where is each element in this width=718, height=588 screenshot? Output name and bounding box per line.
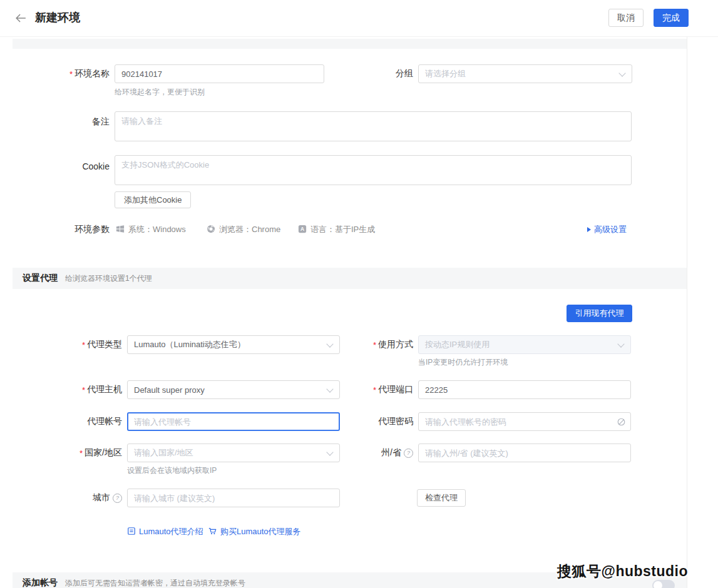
usage-mode-label: * 使用方式 [341, 335, 413, 354]
new-environment-page: 新建环境 取消 完成 环境信息 * 环境名称 分组 请选择分组 给环境起名字，更… [0, 0, 718, 588]
proxy-intro-link[interactable]: Lumauto代理介绍 [127, 526, 203, 537]
usage-mode-select: 按动态IP规则使用 [418, 335, 631, 354]
cart-icon [208, 527, 217, 537]
required-asterisk: * [69, 69, 73, 79]
windows-icon [116, 225, 125, 235]
group-select-placeholder: 请选择分组 [425, 68, 466, 79]
required-asterisk: * [373, 385, 376, 395]
use-existing-proxy-button[interactable]: 引用现有代理 [567, 305, 632, 322]
state-input[interactable] [418, 444, 631, 462]
page-header: 新建环境 取消 完成 [0, 0, 718, 37]
cookie-textarea[interactable] [115, 155, 632, 185]
country-label: * 国家/地区 [47, 444, 122, 462]
env-name-label: * 环境名称 [34, 64, 110, 83]
usage-mode-value: 按动态IP规则使用 [425, 339, 490, 350]
add-cookie-button[interactable]: 添加其他Cookie [115, 191, 191, 208]
proxy-section-subtitle: 给浏览器环境设置1个代理 [65, 273, 152, 284]
help-icon[interactable]: ? [113, 494, 122, 503]
proxy-port-input[interactable] [418, 380, 631, 399]
param-browser: 浏览器：Chrome [207, 223, 280, 236]
watermark: 搜狐号@hubstudio [557, 562, 688, 581]
group-select[interactable]: 请选择分组 [418, 64, 632, 83]
done-button[interactable]: 完成 [654, 9, 689, 27]
triangle-right-icon [587, 227, 591, 232]
cancel-button[interactable]: 取消 [608, 9, 644, 27]
back-arrow-icon[interactable] [14, 11, 28, 25]
proxy-host-label: * 代理主机 [47, 380, 122, 399]
env-params-label: 环境参数 [34, 223, 110, 236]
chevron-down-icon [617, 340, 624, 347]
required-asterisk: * [82, 340, 85, 350]
proxy-password-label: 代理密码 [341, 412, 413, 431]
add-account-subtitle: 添加后可无需告知运营者帐密，通过自动填充登录帐号 [65, 578, 245, 588]
group-label: 分组 [351, 64, 413, 83]
proxy-password-input[interactable] [418, 412, 631, 431]
proxy-account-label: 代理帐号 [47, 412, 122, 431]
env-name-input[interactable] [115, 64, 324, 83]
add-account-title: 添加帐号 [23, 577, 58, 588]
chevron-down-icon [326, 385, 333, 392]
remark-textarea[interactable] [115, 111, 632, 141]
page-title: 新建环境 [35, 0, 80, 36]
country-placeholder: 请输入国家/地区 [134, 447, 193, 459]
proxy-section-header: 设置代理 给浏览器环境设置1个代理 [13, 268, 687, 289]
help-icon[interactable]: ? [404, 449, 413, 458]
city-input[interactable] [127, 489, 340, 507]
env-info-section-bar [13, 39, 687, 49]
usage-mode-hint: 当IP变更时仍允许打开环境 [418, 357, 508, 368]
proxy-type-select[interactable]: Lumauto（Luminati动态住宅） [127, 335, 340, 354]
toggle-knob [654, 581, 662, 588]
chrome-icon [207, 225, 215, 235]
required-asterisk: * [373, 340, 376, 350]
required-asterisk: * [79, 449, 83, 458]
proxy-type-label: * 代理类型 [47, 335, 122, 354]
advanced-settings-link[interactable]: 高级设置 [587, 223, 627, 236]
eye-off-icon[interactable] [616, 417, 626, 427]
param-language: A 语言：基于IP生成 [298, 223, 375, 236]
proxy-host-select[interactable]: Default super proxy [127, 380, 340, 399]
chevron-down-icon [326, 340, 333, 347]
cookie-label: Cookie [34, 160, 110, 173]
proxy-account-input[interactable] [127, 412, 340, 431]
country-hint: 设置后会在该地域内获取IP [127, 465, 217, 476]
proxy-host-value: Default super proxy [134, 385, 205, 395]
scrollbar-track-divider [687, 36, 687, 588]
chevron-down-icon [618, 69, 625, 76]
country-select[interactable]: 请输入国家/地区 [127, 444, 340, 462]
language-icon: A [298, 225, 307, 235]
city-label: 城市 ? [47, 489, 122, 507]
doc-icon [127, 527, 136, 537]
param-system: 系统：Windows [116, 223, 186, 236]
svg-text:A: A [300, 226, 304, 232]
buy-proxy-link[interactable]: 购买Lumauto代理服务 [208, 526, 301, 537]
proxy-section-title: 设置代理 [23, 273, 58, 284]
env-name-hint: 给环境起名字，更便于识别 [115, 87, 205, 98]
proxy-port-label: * 代理端口 [341, 380, 413, 399]
chevron-down-icon [326, 449, 333, 455]
check-proxy-button[interactable]: 检查代理 [417, 489, 466, 507]
proxy-type-value: Lumauto（Luminati动态住宅） [134, 339, 245, 350]
remark-label: 备注 [34, 116, 110, 128]
required-asterisk: * [82, 385, 85, 395]
state-label: 州/省 ? [341, 444, 413, 462]
